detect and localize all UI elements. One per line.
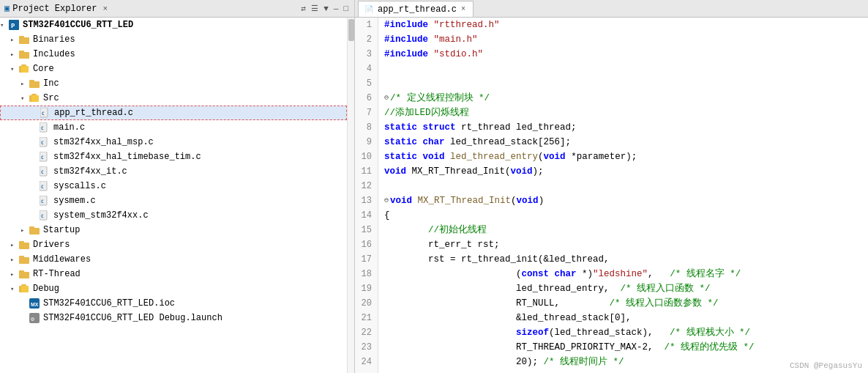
tree-icon-file: C bbox=[40, 180, 51, 192]
svg-text:P: P bbox=[11, 23, 15, 30]
tree-arrow[interactable]: ▸ bbox=[10, 51, 19, 59]
tree-arrow[interactable]: ▾ bbox=[10, 285, 19, 293]
tree-arrow[interactable]: ▸ bbox=[10, 36, 19, 44]
tree-icon-file: ⚙ bbox=[29, 312, 41, 324]
token-kw: void bbox=[544, 149, 566, 164]
tree-arrow[interactable]: ▾ bbox=[0, 21, 9, 29]
token-cm: //初始化线程 bbox=[428, 223, 487, 237]
tree-item-includes[interactable]: ▸ Includes bbox=[0, 47, 347, 62]
tree-arrow[interactable] bbox=[31, 153, 40, 160]
watermark: CSDN @PegasusYu bbox=[790, 361, 862, 370]
code-line: (const char *)"ledshine", /* 线程名字 */ bbox=[384, 267, 862, 281]
tree-label: Core bbox=[33, 64, 54, 74]
tree-icon-folder bbox=[19, 34, 31, 45]
tree-arrow[interactable] bbox=[31, 124, 40, 131]
tree-arrow[interactable]: ▸ bbox=[10, 270, 19, 278]
svg-text:C: C bbox=[41, 169, 44, 174]
tree-item-inc[interactable]: ▸ Inc bbox=[0, 76, 347, 91]
tree-arrow[interactable]: ▸ bbox=[20, 80, 29, 88]
line-number: 10 bbox=[358, 149, 372, 164]
line-number: 5 bbox=[358, 76, 372, 91]
tree-arrow[interactable] bbox=[31, 197, 40, 204]
tree-label: stm32f4xx_it.c bbox=[53, 166, 127, 177]
maximize-icon[interactable]: □ bbox=[342, 4, 350, 14]
tree-arrow[interactable]: ▸ bbox=[10, 241, 19, 249]
token-cm: /* 线程名字 */ bbox=[670, 267, 741, 281]
panel-close-btn[interactable]: × bbox=[102, 4, 108, 13]
token-kw: char bbox=[555, 267, 577, 281]
code-line: #include "main.h" bbox=[384, 32, 862, 47]
tree-item-drivers[interactable]: ▸ Drivers bbox=[0, 237, 347, 252]
tree-item-debug[interactable]: ▾ Debug bbox=[0, 281, 347, 296]
token-kw: void bbox=[517, 193, 539, 208]
tree-arrow[interactable] bbox=[20, 300, 29, 307]
token-kw: sizeof bbox=[516, 325, 549, 340]
code-line bbox=[384, 76, 862, 91]
tree-scroll[interactable]: ▾ P STM32F401CCU6_RTT_LED▸ Binaries▸ Inc… bbox=[0, 18, 347, 373]
tree-item-src[interactable]: ▾ Src bbox=[0, 91, 347, 106]
tree-icon-file: C bbox=[40, 136, 51, 148]
tree-arrow[interactable]: ▾ bbox=[20, 95, 29, 103]
tree-item-core[interactable]: ▾ Core bbox=[0, 62, 347, 76]
panel-title: Project Explorer bbox=[12, 4, 97, 14]
tree-item-binaries[interactable]: ▸ Binaries bbox=[0, 32, 347, 47]
tree-item-sysmem[interactable]: C sysmem.c bbox=[0, 193, 347, 208]
svg-rect-40 bbox=[21, 286, 29, 292]
tab-close-btn[interactable]: × bbox=[461, 5, 465, 13]
code-line: void MX_RT_Thread_Init(void); bbox=[384, 164, 862, 179]
tree-item-rt_thread[interactable]: ▸ RT-Thread bbox=[0, 267, 347, 281]
tree-label: Debug bbox=[33, 284, 59, 294]
tree-item-stm32f4xx_it[interactable]: C stm32f4xx_it.c bbox=[0, 164, 347, 179]
line-number: 15 bbox=[358, 223, 372, 237]
tree-arrow[interactable] bbox=[31, 212, 40, 219]
token-pp: #include bbox=[384, 18, 428, 32]
svg-text:C: C bbox=[41, 140, 44, 145]
tree-icon-file: MX bbox=[29, 298, 41, 309]
tree-arrow[interactable] bbox=[31, 109, 40, 117]
tree-arrow[interactable] bbox=[31, 182, 40, 190]
tree-item-debug_launch[interactable]: ⚙ STM32F401CCU6_RTT_LED Debug.launch bbox=[0, 311, 347, 325]
tree-item-stm32f4xx_hal_msp[interactable]: C stm32f4xx_hal_msp.c bbox=[0, 135, 347, 149]
svg-text:C: C bbox=[41, 155, 44, 160]
code-line: //添加LED闪烁线程 bbox=[384, 106, 862, 120]
tree-arrow[interactable]: ▾ bbox=[10, 65, 19, 73]
tree-arrow[interactable]: ▸ bbox=[20, 226, 29, 234]
tree-icon-file: C bbox=[40, 210, 51, 221]
tree-item-middlewares[interactable]: ▸ Middlewares bbox=[0, 252, 347, 267]
svg-text:C: C bbox=[41, 125, 44, 130]
tree-item-stm32f4xx_hal_timebase[interactable]: C stm32f4xx_hal_timebase_tim.c bbox=[0, 149, 347, 164]
tree-arrow[interactable] bbox=[20, 314, 29, 322]
fold-marker[interactable]: ⊖ bbox=[384, 193, 389, 208]
tree-icon-file: C bbox=[40, 195, 51, 207]
link-editor-icon[interactable]: ☰ bbox=[310, 3, 320, 14]
tree-label: STM32F401CCU6_RTT_LED Debug.launch bbox=[43, 313, 222, 323]
token-sp: ( bbox=[384, 267, 522, 281]
token-sp: RT_THREAD_PRIORITY_MAX-2, bbox=[384, 340, 665, 355]
code-area[interactable]: #include "rtthread.h"#include "main.h"#i… bbox=[378, 18, 868, 373]
token-kw: void bbox=[423, 149, 445, 164]
tree-arrow[interactable]: ▸ bbox=[10, 256, 19, 264]
line-number: 24 bbox=[358, 355, 372, 369]
token-sp bbox=[417, 120, 423, 135]
minimize-icon[interactable]: — bbox=[332, 4, 340, 14]
editor-tab[interactable]: 📄 app_rt_thread.c × bbox=[358, 1, 474, 17]
tree-item-main_c[interactable]: C main.c bbox=[0, 120, 347, 135]
view-menu-icon[interactable]: ▼ bbox=[322, 4, 330, 14]
tree-arrow[interactable] bbox=[31, 139, 40, 146]
tree-item-system_stm32[interactable]: C system_stm32f4xx.c bbox=[0, 208, 347, 223]
code-line: sizeof(led_thread_stack), /* 线程栈大小 */ bbox=[384, 325, 862, 340]
fold-marker[interactable]: ⊖ bbox=[384, 91, 389, 106]
collapse-all-icon[interactable]: ⇄ bbox=[300, 3, 308, 14]
svg-rect-8 bbox=[21, 66, 29, 73]
vertical-scrollbar[interactable] bbox=[347, 18, 354, 373]
editor-content[interactable]: 123456789101112131415161718192021222324 … bbox=[355, 18, 868, 373]
tree-item-root[interactable]: ▾ P STM32F401CCU6_RTT_LED bbox=[0, 18, 347, 32]
token-sp bbox=[549, 267, 555, 281]
tree-arrow[interactable] bbox=[31, 168, 40, 175]
token-sp: ( bbox=[538, 149, 544, 164]
tree-item-app_rt_thread[interactable]: C app_rt_thread.c bbox=[0, 106, 347, 120]
token-kw: void bbox=[384, 164, 406, 179]
tree-item-ioc_file[interactable]: MX STM32F401CCU6_RTT_LED.ioc bbox=[0, 296, 347, 311]
tree-item-syscalls[interactable]: C syscalls.c bbox=[0, 179, 347, 193]
tree-item-startup[interactable]: ▸ Startup bbox=[0, 223, 347, 237]
